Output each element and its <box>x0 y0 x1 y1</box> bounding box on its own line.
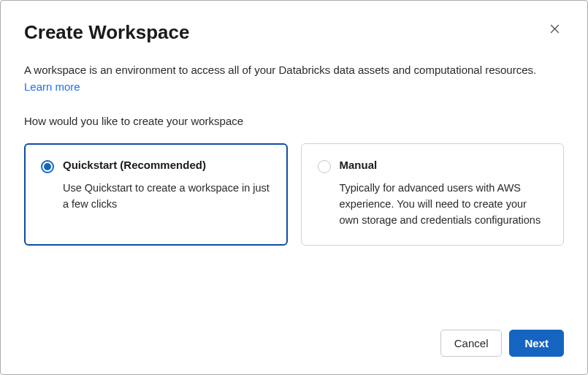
create-workspace-modal: Create Workspace A workspace is an envir… <box>1 1 587 374</box>
option-description: Use Quickstart to create a workspace in … <box>63 180 271 213</box>
option-manual[interactable]: Manual Typically for advanced users with… <box>301 143 565 246</box>
next-button[interactable]: Next <box>509 330 564 357</box>
radio-icon <box>41 160 54 173</box>
modal-title: Create Workspace <box>24 21 189 44</box>
modal-header: Create Workspace <box>24 21 564 61</box>
option-cards: Quickstart (Recommended) Use Quickstart … <box>24 143 564 246</box>
modal-description: A workspace is an environment to access … <box>24 61 564 96</box>
close-icon <box>549 23 561 35</box>
option-description: Typically for advanced users with AWS ex… <box>340 180 548 229</box>
option-body: Quickstart (Recommended) Use Quickstart … <box>63 159 271 213</box>
creation-prompt: How would you like to create your worksp… <box>24 115 564 127</box>
modal-footer: Cancel Next <box>24 330 564 357</box>
option-body: Manual Typically for advanced users with… <box>340 159 548 229</box>
description-text: A workspace is an environment to access … <box>24 64 536 76</box>
option-title: Quickstart (Recommended) <box>63 159 271 171</box>
learn-more-link[interactable]: Learn more <box>24 80 80 93</box>
close-button[interactable] <box>546 20 564 40</box>
cancel-button[interactable]: Cancel <box>440 330 503 357</box>
option-quickstart[interactable]: Quickstart (Recommended) Use Quickstart … <box>24 143 288 246</box>
option-title: Manual <box>340 159 548 171</box>
radio-icon <box>318 160 331 173</box>
